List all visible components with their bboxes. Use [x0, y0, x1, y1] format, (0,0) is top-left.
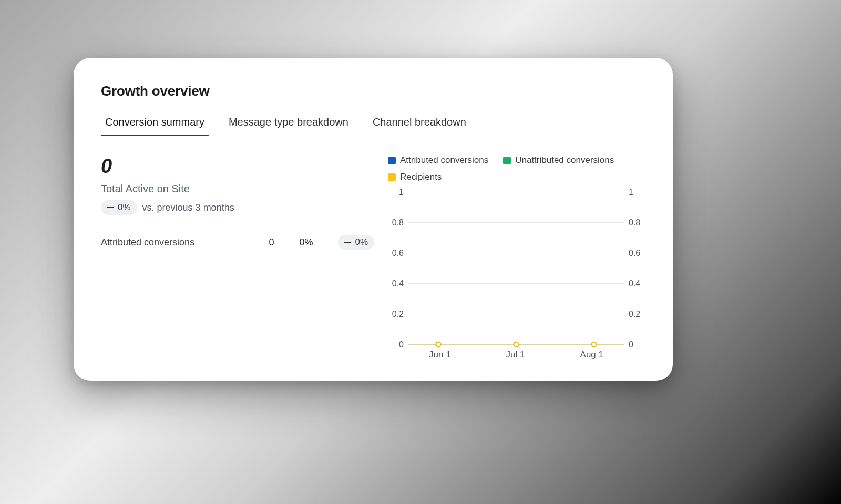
total-value: 0 [101, 155, 374, 178]
page-title: Growth overview [101, 83, 645, 99]
metric-row-percent: 0% [299, 237, 313, 248]
gridline [408, 253, 624, 253]
y-tick-left: 0 [387, 340, 404, 349]
total-delta-value: 0% [118, 202, 131, 213]
tab-channel-breakdown[interactable]: Channel breakdown [368, 111, 470, 136]
y-tick-right: 1 [629, 188, 645, 197]
gridline [408, 314, 624, 314]
gridline [408, 192, 624, 192]
y-tick-right: 0.6 [629, 249, 645, 258]
legend-item-attributed[interactable]: Attributed conversions [388, 155, 488, 166]
data-point [591, 342, 597, 347]
y-tick-left: 0.4 [387, 279, 404, 289]
y-tick-right: 0.8 [629, 218, 645, 228]
tab-message-type-breakdown[interactable]: Message type breakdown [224, 111, 353, 136]
x-tick: Aug 1 [580, 349, 603, 360]
x-tick: Jun 1 [429, 349, 451, 360]
y-tick-left: 0.6 [387, 249, 404, 258]
x-tick: Jul 1 [506, 349, 525, 360]
y-tick-left: 1 [387, 188, 404, 197]
flat-trend-icon [107, 207, 114, 208]
total-delta-badge: 0% [101, 200, 137, 215]
square-icon [388, 173, 396, 181]
legend-item-recipients[interactable]: Recipients [388, 172, 442, 182]
line-chart: 000.20.20.40.40.60.60.80.811 Jun 1Jul 1A… [387, 192, 645, 360]
y-tick-right: 0.2 [629, 310, 645, 319]
square-icon [503, 157, 511, 164]
legend-label: Recipients [400, 172, 442, 182]
tabs: Conversion summary Message type breakdow… [101, 111, 645, 136]
metric-row-attributed: Attributed conversions 0 0% 0% [101, 235, 374, 250]
square-icon [388, 157, 396, 164]
growth-overview-card: Growth overview Conversion summary Messa… [74, 58, 673, 381]
gridline [408, 222, 624, 223]
legend-item-unattributed[interactable]: Unattributed conversions [503, 155, 614, 166]
summary-panel: 0 Total Active on Site 0% vs. previous 3… [101, 155, 374, 360]
y-tick-left: 0.2 [387, 310, 404, 319]
y-tick-left: 0.8 [387, 218, 404, 228]
y-tick-right: 0 [629, 340, 645, 349]
metric-row-value: 0 [263, 237, 274, 248]
metric-row-delta-value: 0% [355, 237, 368, 248]
data-point [514, 342, 519, 347]
metric-row-label: Attributed conversions [101, 237, 194, 248]
legend-label: Unattributed conversions [515, 155, 614, 166]
y-tick-right: 0.4 [629, 279, 645, 289]
x-axis: Jun 1Jul 1Aug 1 [408, 349, 624, 360]
tab-conversion-summary[interactable]: Conversion summary [101, 111, 209, 136]
legend-label: Attributed conversions [400, 155, 488, 166]
data-point [435, 342, 441, 347]
chart-panel: Attributed conversions Unattributed conv… [387, 155, 645, 360]
flat-trend-icon [344, 242, 351, 243]
compare-text: vs. previous 3 months [142, 202, 234, 213]
chart-legend: Attributed conversions Unattributed conv… [387, 155, 645, 182]
gridline [408, 283, 624, 284]
metric-row-delta-badge: 0% [338, 235, 374, 250]
total-label: Total Active on Site [101, 183, 374, 195]
